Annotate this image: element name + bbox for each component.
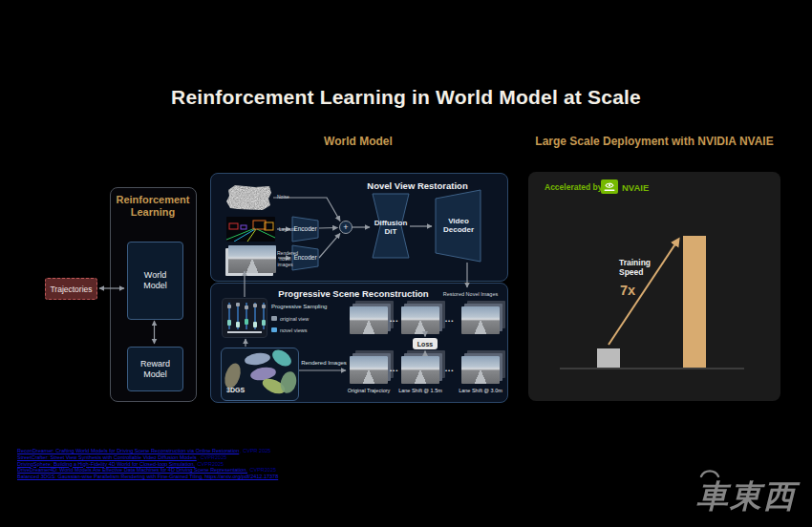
restored-image-stack-3 bbox=[461, 306, 500, 334]
rendered-image-stack-3 bbox=[461, 356, 500, 384]
world-model-box: World Model bbox=[127, 242, 183, 320]
encoder-bottom-label: Encoder bbox=[292, 254, 318, 261]
lane-shift-3-0-label: Lane Shift @ 3.0m bbox=[450, 388, 511, 393]
section-header-deployment: Large Scale Deployment with NVIDIA NVAIE bbox=[529, 135, 780, 148]
trajectories-box: Trajectories bbox=[45, 278, 97, 300]
rendered-image-stack-1 bbox=[350, 356, 388, 384]
watermark-logo: 車東西 bbox=[696, 475, 797, 518]
lane-shift-1-5-label: Lane Shift @ 1.5m bbox=[390, 388, 451, 393]
world-model-label: World Model bbox=[138, 270, 174, 291]
reward-model-box: Reward Model bbox=[127, 347, 183, 391]
section-header-world-model: World Model bbox=[263, 135, 454, 148]
baseline-bar bbox=[597, 348, 620, 369]
rendered-novel-images-input bbox=[228, 245, 276, 273]
psr-title: Progressive Scene Reconstruction bbox=[267, 288, 439, 299]
rendered-image-stack-2 bbox=[401, 356, 439, 384]
noise-label: Noise bbox=[277, 194, 289, 200]
nvaie-panel bbox=[528, 172, 780, 401]
reference-link[interactable]: DriveDreamer4D: World Models Are Effecti… bbox=[17, 467, 247, 473]
progressive-sampling-widget bbox=[222, 298, 267, 338]
slide: Reinforcement Learning in World Model at… bbox=[0, 0, 812, 527]
ellipsis-dots: ••• bbox=[445, 318, 454, 324]
speedup-multiplier: 7x bbox=[620, 283, 635, 298]
reference-link[interactable]: ReconDreamer: Crafting World Models for … bbox=[17, 448, 239, 453]
merge-plus-symbol: + bbox=[340, 221, 352, 233]
reference-venue: CVPR2025 bbox=[196, 461, 224, 467]
rl-panel-title: Reinforcement Learning bbox=[111, 194, 195, 218]
reference-links: ReconDreamer: Crafting World Models for … bbox=[17, 448, 279, 480]
trajectories-label: Trajectories bbox=[50, 285, 92, 294]
accelerated-by-label: Accelerated by bbox=[545, 182, 602, 192]
progressive-sampling-label: Progressive Sampling bbox=[271, 304, 327, 309]
reward-model-label: Reward Model bbox=[136, 359, 176, 380]
ellipsis-dots: ••• bbox=[390, 368, 398, 373]
watermark-arc-icon bbox=[698, 467, 721, 478]
legend-novel-label: novel views bbox=[280, 327, 307, 333]
accelerated-bar bbox=[683, 236, 706, 369]
training-speed-label: Training Speed bbox=[619, 259, 663, 278]
nvaie-brand-label: NVAIE bbox=[622, 182, 649, 193]
restored-novel-images-label: Restored Novel Images bbox=[435, 291, 506, 298]
loss-label: Loss bbox=[417, 341, 433, 348]
page-title: Reinforcement Learning in World Model at… bbox=[0, 86, 812, 109]
noise-image bbox=[226, 185, 271, 210]
3dgs-label: 3DGS bbox=[226, 387, 245, 393]
ellipsis-dots: ••• bbox=[390, 318, 398, 324]
layouts-image bbox=[226, 217, 275, 242]
legend-original-view: original view bbox=[271, 316, 309, 322]
nvr-title: Novel View Restoration bbox=[331, 180, 503, 191]
nvidia-logo-icon bbox=[601, 179, 618, 194]
gaussian-ellipse bbox=[244, 351, 270, 367]
reference-venue: CVPR2025 bbox=[248, 467, 276, 473]
reference-venue: , CVPR2025 bbox=[198, 454, 227, 460]
ellipsis-dots: ••• bbox=[445, 368, 454, 373]
rendered-novel-images-label: Rendered novel images bbox=[277, 250, 293, 267]
restored-image-stack-2 bbox=[401, 306, 439, 334]
legend-original-label: original view bbox=[280, 316, 309, 322]
loss-box: Loss bbox=[413, 338, 438, 349]
rendered-images-label: Rendered Images bbox=[294, 360, 353, 366]
novel-views-icon bbox=[271, 327, 277, 332]
legend-novel-views: novel views bbox=[271, 327, 307, 333]
reference-link[interactable]: Balanced 3DGS: Gaussian-wise Parallelism… bbox=[17, 474, 278, 479]
restored-image-stack-1 bbox=[350, 306, 388, 334]
gaussian-ellipse bbox=[269, 348, 294, 369]
encoder-top-label: Encoder bbox=[292, 225, 318, 232]
reference-link[interactable]: StreetCrafter: Street View Synthesis wit… bbox=[17, 454, 197, 460]
video-decoder-label: Video Decoder bbox=[441, 217, 476, 234]
diffusion-dit-label: Diffusion DiT bbox=[372, 219, 410, 236]
reference-link[interactable]: DrivingSphere: Building a High-Fidelity … bbox=[17, 461, 195, 467]
reference-venue: , CVPR 2025 bbox=[240, 448, 270, 453]
watermark-text: 車東西 bbox=[696, 478, 797, 514]
original-view-icon bbox=[271, 316, 277, 321]
